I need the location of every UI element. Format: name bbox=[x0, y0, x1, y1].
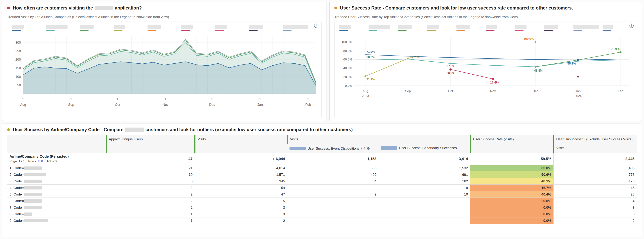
chart-text: Aug bbox=[362, 89, 368, 93]
table-row[interactable]: 2.Code=101,57140969150.6%776 bbox=[7, 171, 637, 178]
legend-swatch bbox=[544, 30, 553, 31]
legend-item[interactable] bbox=[114, 25, 148, 31]
data-point-icon bbox=[577, 76, 579, 78]
data-point-icon bbox=[407, 57, 409, 60]
table-row[interactable]: 7.Code=230.0%3 bbox=[7, 204, 637, 211]
chart-text: 60.0% bbox=[343, 57, 352, 61]
analytics-dashboard: How often are customers visiting the app… bbox=[0, 0, 644, 239]
chart-text: 1 bbox=[211, 97, 213, 101]
legend-item[interactable] bbox=[249, 25, 283, 31]
col-header-visits[interactable]: Visits bbox=[195, 135, 287, 153]
col-header-event-dispositions[interactable]: User Success: Event Dispositionsⓘ⚙ bbox=[287, 144, 379, 153]
legend-item[interactable] bbox=[215, 25, 249, 31]
redacted-text bbox=[283, 25, 308, 29]
redacted-metric-chip bbox=[290, 147, 306, 150]
data-point-icon bbox=[620, 51, 622, 53]
redacted-text bbox=[24, 167, 42, 170]
row-label-cell[interactable]: 3.Code= bbox=[7, 178, 106, 185]
row-label-cell[interactable]: 4.Code= bbox=[7, 185, 106, 191]
legend-item[interactable] bbox=[80, 25, 114, 31]
col-header-secondary-successes[interactable]: User Success: Secondary Successes bbox=[379, 144, 470, 153]
col-header-success-rate[interactable]: User Success Rate (visits) bbox=[470, 135, 554, 153]
redacted-text bbox=[148, 25, 162, 29]
legend-swatch bbox=[12, 30, 21, 31]
legend-item[interactable] bbox=[181, 25, 215, 31]
success-table-wrap: Approx. Unique Users Visits Visits User … bbox=[7, 135, 637, 224]
legend-item[interactable] bbox=[427, 25, 456, 31]
legend-item[interactable] bbox=[515, 25, 544, 31]
legend-item[interactable] bbox=[456, 25, 486, 31]
legend-swatch bbox=[515, 30, 524, 31]
legend-item[interactable] bbox=[398, 25, 427, 31]
col-group-visits[interactable]: Visits bbox=[287, 135, 470, 144]
chart-text: 1 bbox=[22, 97, 24, 101]
legend-swatch bbox=[486, 30, 494, 31]
pagination: Page: 1 / 1 Rows: 100 1-9 of 9 bbox=[10, 160, 104, 163]
chart-text: 36.9% bbox=[446, 71, 455, 75]
table-row[interactable]: 6.Code=25120.0%4 bbox=[7, 198, 637, 204]
chart-text: 20.0% bbox=[343, 75, 352, 79]
row-label-cell[interactable]: 6.Code= bbox=[7, 198, 106, 204]
redacted-text bbox=[603, 25, 613, 29]
row-label-cell[interactable]: 2.Code= bbox=[7, 171, 106, 178]
legend-item[interactable] bbox=[368, 25, 398, 31]
table-row[interactable]: 4.Code=254916.7%45 bbox=[7, 185, 637, 191]
info-icon[interactable]: ⓘ bbox=[314, 23, 318, 28]
legend-item[interactable] bbox=[283, 25, 316, 31]
top-panels-row: How often are customers visiting the app… bbox=[2, 2, 642, 121]
chart-text: 58.9% bbox=[568, 62, 576, 65]
col-header-unsuccessful-visits[interactable]: Visits bbox=[554, 144, 637, 153]
legend-item[interactable] bbox=[46, 25, 80, 31]
table-row[interactable]: 5.Code=24721940.4%28 bbox=[7, 191, 637, 198]
legend-swatch bbox=[573, 30, 582, 31]
panel-success-rate-title-text: User Success Rate - Compare customers an… bbox=[340, 5, 573, 10]
row-index: 6. bbox=[10, 199, 12, 203]
info-icon[interactable]: ⓘ bbox=[629, 23, 634, 28]
chart-text: 100 bbox=[15, 75, 21, 79]
chart-text: 50 bbox=[17, 83, 21, 87]
legend-item[interactable] bbox=[603, 25, 632, 31]
chart-text: Sep bbox=[405, 89, 411, 93]
info-icon[interactable]: ⓘ bbox=[361, 146, 365, 150]
panel-visits: How often are customers visiting the app… bbox=[2, 2, 326, 121]
gear-icon[interactable]: ⚙ bbox=[367, 146, 370, 150]
metric-label: User Success: Event Dispositions bbox=[308, 147, 360, 150]
row-label-cell[interactable]: 5.Code= bbox=[7, 191, 106, 198]
legend-swatch bbox=[427, 30, 436, 31]
row-label-cell[interactable]: 8.Code= bbox=[7, 211, 106, 218]
row-label-cell[interactable]: 9.Code= bbox=[7, 218, 106, 224]
legend-item[interactable] bbox=[12, 25, 46, 31]
cell-success-rate: 48.1% bbox=[470, 178, 554, 185]
cell-secondary-successes: 1 bbox=[379, 198, 470, 204]
legend-item[interactable] bbox=[544, 25, 573, 31]
legend-item[interactable] bbox=[148, 25, 181, 31]
row-code-prefix: Code= bbox=[14, 212, 24, 216]
col-group-unsuccessful[interactable]: User Unsuccessful (Exclude User Success … bbox=[554, 135, 637, 144]
redacted-text bbox=[249, 25, 263, 29]
row-code-prefix: Code= bbox=[14, 186, 24, 190]
cell-unsuccessful-visits: 776 bbox=[554, 171, 637, 178]
chart-text: 1 bbox=[116, 97, 118, 101]
row-range: 1-9 of 9 bbox=[47, 160, 57, 163]
rows-value-link[interactable]: 100 bbox=[38, 160, 43, 163]
table-row[interactable]: 3.Code=53458416248.1%178 bbox=[7, 178, 637, 185]
cell-unique-users: 2 bbox=[106, 191, 195, 198]
table-row[interactable]: 1.Code=214,0146582,53265.0%1,406 bbox=[7, 165, 637, 171]
redacted-text bbox=[368, 25, 390, 29]
table-row[interactable]: 8.Code=130.0%3 bbox=[7, 211, 637, 218]
redacted-metric-chip bbox=[381, 146, 397, 150]
redacted-text bbox=[544, 25, 558, 29]
legend-item[interactable] bbox=[486, 25, 515, 31]
row-label-cell[interactable]: 7.Code= bbox=[7, 204, 106, 211]
legend-swatch bbox=[249, 30, 258, 31]
data-point-icon bbox=[534, 66, 536, 68]
cell-unique-users: 2 bbox=[106, 198, 195, 204]
col-header-unique-users[interactable]: Approx. Unique Users bbox=[106, 135, 195, 153]
legend-item[interactable] bbox=[339, 25, 368, 31]
sort-descending-icon[interactable]: ↓ bbox=[272, 157, 274, 161]
row-label-cell[interactable]: 1.Code= bbox=[7, 165, 106, 171]
table-row[interactable]: 9.Code=120.0%2 bbox=[7, 218, 637, 224]
redacted-text bbox=[24, 180, 42, 183]
legend-item[interactable] bbox=[573, 25, 603, 31]
cell-event-dispositions bbox=[287, 198, 379, 204]
